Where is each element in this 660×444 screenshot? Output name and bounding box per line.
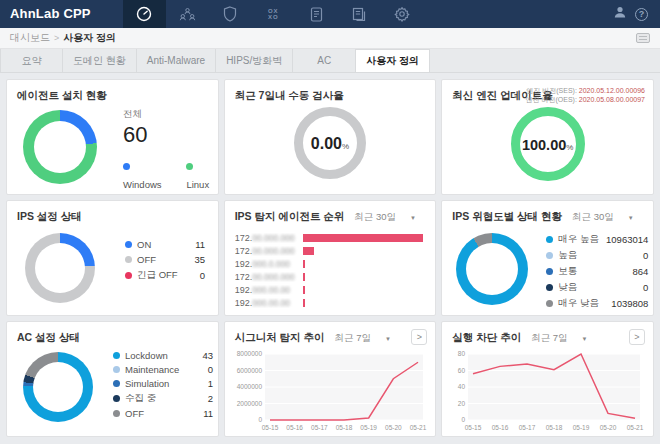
card-engine-update-rate: 최신 엔진 업데이트율 엔진 버전(SES): 2020.05.12.00.00… — [441, 79, 654, 195]
card-title: 시그니처 탐지 추이최근 7일▼ — [235, 331, 391, 345]
card-grid: 에이전트 설치 현황 전체 60 Windows 14 Linux 46 — [0, 73, 660, 443]
top-navbar: AhnLab CPP OXXO — [0, 0, 660, 28]
signature-trend-line-chart: 0200000040000006000000800000005-1505-160… — [231, 349, 429, 437]
nav-reports[interactable] — [338, 0, 381, 28]
legend-item: 매우 높음10963014 — [546, 233, 648, 246]
tab-anti-malware[interactable]: Anti-Malware — [137, 49, 216, 72]
legend-item: 높음0 — [546, 249, 648, 262]
svg-text:0: 0 — [258, 416, 262, 423]
agent-group-icon — [179, 7, 196, 22]
legend-item: 수집 중2 — [113, 392, 213, 405]
chevron-down-icon: ▼ — [385, 336, 391, 342]
svg-text:6000000: 6000000 — [236, 367, 262, 374]
breadcrumb-separator: > — [54, 33, 59, 43]
ox-assessment-icon: OXXO — [268, 8, 279, 20]
card-manual-scan-rate: 최근 7일내 수동 검사율 0.00% — [224, 79, 437, 195]
breadcrumb-current: 사용자 정의 — [63, 31, 116, 45]
nav-assessment[interactable]: OXXO — [252, 0, 295, 28]
settings-gear-icon — [394, 6, 410, 22]
agent-summary: 전체 60 Windows 14 Linux 46 — [123, 108, 218, 195]
legend-item-windows: Windows 14 — [123, 156, 168, 195]
tab-ac[interactable]: AC — [293, 49, 356, 72]
help-icon[interactable]: ? — [635, 8, 648, 21]
legend-item: Simulation1 — [113, 378, 213, 389]
svg-text:20: 20 — [458, 400, 466, 407]
card-ac-setting-status: AC 설정 상태 Lockdown43 Maintenance0 Simulat… — [6, 321, 219, 437]
period-dropdown[interactable]: 최근 30일 — [572, 211, 614, 222]
expand-chart-button[interactable]: > — [411, 329, 427, 345]
nav-logs[interactable] — [295, 0, 338, 28]
bar-row: 192.000.00.00 — [235, 283, 424, 296]
chevron-down-icon: ▼ — [628, 215, 634, 221]
engine-version-meta: 엔진 버전(SES): 2020.05.12.00.00096 엔진 버전(OE… — [526, 86, 645, 104]
card-ips-threat-status: IPS 위협도별 상태 현황최근 30일▼ 매우 높음10963014 높음0 … — [441, 200, 654, 316]
svg-text:05-16: 05-16 — [492, 424, 509, 431]
legend-item: Lockdown43 — [113, 350, 213, 361]
svg-text:05-19: 05-19 — [360, 424, 377, 431]
engine-update-value: 100.00% — [442, 137, 653, 153]
total-label: 전체 — [123, 108, 218, 121]
svg-text:05-16: 05-16 — [286, 424, 303, 431]
card-ips-agent-ranking: IPS 탐지 에이전트 순위최근 30일▼ 172.00.000.000 172… — [224, 200, 437, 316]
chevron-down-icon: ▼ — [410, 215, 416, 221]
nav-dashboard[interactable] — [123, 0, 166, 28]
log-device-icon — [310, 7, 323, 22]
svg-text:80: 80 — [458, 350, 466, 357]
card-title: IPS 위협도별 상태 현황최근 30일▼ — [452, 210, 633, 224]
breadcrumb-root[interactable]: 대시보드 — [10, 31, 50, 45]
main-nav: OXXO — [123, 0, 424, 28]
svg-text:60: 60 — [458, 367, 466, 374]
svg-text:8000000: 8000000 — [236, 350, 262, 357]
legend-item: OFF35 — [125, 254, 205, 265]
dashboard-settings-icon[interactable] — [636, 33, 650, 43]
nav-agents[interactable] — [166, 0, 209, 28]
tab-domain-status[interactable]: 도메인 현황 — [63, 49, 137, 72]
legend-item: 낮음0 — [546, 281, 648, 294]
brand-logo: AhnLab CPP — [0, 0, 105, 28]
period-dropdown[interactable]: 최근 7일 — [335, 332, 371, 343]
dashboard-gauge-icon — [136, 6, 152, 22]
svg-text:05-19: 05-19 — [573, 424, 590, 431]
card-exec-block-trend: 실행 차단 추이최근 7일▼ > 02040608005-1505-1605-1… — [441, 321, 654, 437]
bar-row: 172.00.000.000 — [235, 231, 424, 244]
ips-threat-legend: 매우 높음10963014 높음0 보통864 낮음0 매우 낮음1039808 — [546, 233, 648, 313]
tab-summary[interactable]: 요약 — [0, 49, 63, 72]
card-title: 에이전트 설치 현황 — [17, 89, 107, 103]
breadcrumb: 대시보드 > 사용자 정의 — [0, 28, 660, 49]
ips-threat-donut-chart — [456, 233, 528, 305]
ips-setting-donut-chart — [25, 233, 95, 303]
dashboard-tabs: 요약 도메인 현황 Anti-Malware HIPS/방화벽 AC 사용자 정… — [0, 49, 660, 73]
svg-text:0: 0 — [462, 416, 466, 423]
legend-item: Maintenance0 — [113, 364, 213, 375]
period-dropdown[interactable]: 최근 30일 — [354, 211, 396, 222]
tab-user-defined[interactable]: 사용자 정의 — [356, 49, 430, 72]
agent-donut-chart — [23, 110, 97, 184]
tab-hips-firewall[interactable]: HIPS/방화벽 — [216, 49, 293, 72]
windows-dot — [123, 163, 130, 170]
card-signature-trend: 시그니처 탐지 추이최근 7일▼ > 020000004000000600000… — [224, 321, 437, 437]
svg-text:4000000: 4000000 — [236, 383, 262, 390]
card-title: IPS 설정 상태 — [17, 210, 82, 224]
ac-setting-legend: Lockdown43 Maintenance0 Simulation1 수집 중… — [113, 350, 213, 422]
legend-item: 매우 낮음1039808 — [546, 297, 648, 310]
nav-settings[interactable] — [381, 0, 424, 28]
legend-item-linux: Linux 46 — [186, 156, 217, 195]
expand-chart-button[interactable]: > — [629, 329, 645, 345]
svg-text:05-15: 05-15 — [261, 424, 278, 431]
period-dropdown[interactable]: 최근 7일 — [531, 332, 567, 343]
topbar-right: ? — [613, 0, 660, 28]
dashboard-page: AhnLab CPP OXXO — [0, 0, 660, 444]
svg-text:40: 40 — [458, 383, 466, 390]
nav-policy[interactable] — [209, 0, 252, 28]
bar-row: 192.000.0.000 — [235, 257, 424, 270]
ips-rank-bar-chart: 172.00.000.000 172.00.000.000 192.000.0.… — [235, 231, 424, 309]
svg-text:05-15: 05-15 — [465, 424, 482, 431]
svg-text:05-20: 05-20 — [600, 424, 617, 431]
svg-text:05-21: 05-21 — [627, 424, 644, 431]
user-account-icon[interactable] — [613, 5, 627, 23]
chevron-down-icon: ▼ — [582, 336, 588, 342]
ac-setting-donut-chart — [23, 352, 93, 422]
exec-block-trend-line-chart: 02040608005-1505-1605-1705-1805-1905-200… — [448, 349, 646, 437]
bar-row: 172.00.000.000 — [235, 244, 424, 257]
card-title: 최근 7일내 수동 검사율 — [235, 89, 344, 103]
